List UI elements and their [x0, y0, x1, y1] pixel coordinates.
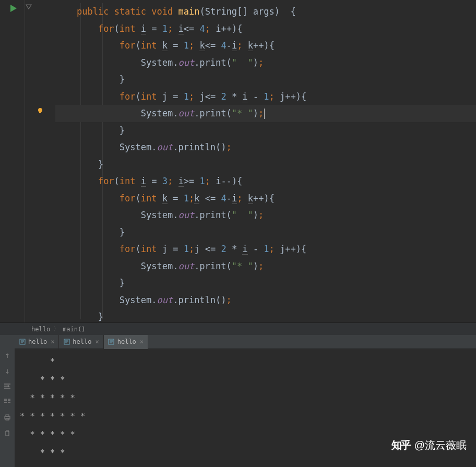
watermark-logo: 知乎 [391, 438, 410, 452]
code-line[interactable]: for(int i = 3; i>= 1; i--){ [55, 173, 476, 190]
code-line[interactable]: System.out.print(" "); [55, 207, 476, 224]
editor-area: public static void main(String[] args) {… [0, 0, 476, 322]
svg-point-0 [38, 108, 42, 112]
tab-label: hello [28, 338, 47, 345]
breadcrumb-item[interactable]: main() [61, 326, 87, 333]
code-line[interactable]: System.out.println(); [55, 292, 476, 309]
fold-icon[interactable] [25, 3, 32, 13]
code-line[interactable]: System.out.print("* "); [55, 258, 476, 275]
scroll-icon[interactable] [3, 398, 11, 406]
close-icon[interactable]: × [139, 338, 145, 345]
breadcrumb-separator: 〉 [52, 325, 61, 333]
code-line[interactable]: } [55, 308, 476, 326]
tab-file-icon [19, 339, 26, 345]
wrap-icon[interactable] [3, 382, 11, 390]
tab-label: hello [117, 338, 136, 345]
breadcrumb-item[interactable]: hello [29, 326, 52, 333]
run-icon[interactable] [10, 4, 17, 14]
arrow-down-icon[interactable]: ↓ [3, 366, 11, 375]
code-line[interactable]: } [55, 224, 476, 241]
lightbulb-icon[interactable] [37, 106, 44, 116]
arrow-up-icon[interactable]: ↑ [3, 351, 11, 359]
svg-rect-1 [39, 112, 41, 113]
code-line[interactable]: for(int j = 1;j <= 2 * i - 1; j++){ [55, 241, 476, 258]
print-icon[interactable] [3, 413, 11, 422]
tab-file-icon [63, 339, 70, 345]
code-line[interactable]: } [55, 122, 476, 139]
tab-file-icon [108, 339, 115, 345]
tab-label: hello [73, 338, 91, 345]
code-line[interactable]: for(int j = 1; j<= 2 * i - 1; j++){ [55, 88, 476, 105]
code-line[interactable]: } [55, 156, 476, 173]
code-line[interactable]: System.out.println(); [55, 139, 476, 156]
code-line[interactable]: for(int k = 1; k<= 4-i; k++){ [55, 37, 476, 54]
close-icon[interactable]: × [50, 338, 55, 345]
code-line[interactable]: System.out.print(" "); [55, 54, 476, 71]
svg-rect-3 [6, 415, 9, 416]
console-sidebar: ↑ ↓ [0, 335, 15, 467]
console-tab[interactable]: hello× [59, 335, 103, 349]
text-caret [264, 109, 265, 119]
code-content[interactable]: public static void main(String[] args) {… [51, 0, 476, 322]
watermark: 知乎 @流云薇眠 [391, 438, 467, 452]
close-icon[interactable]: × [94, 338, 100, 345]
code-line[interactable]: } [55, 71, 476, 88]
watermark-text: @流云薇眠 [414, 438, 467, 452]
console-tab[interactable]: hello× [104, 335, 148, 349]
fold-column [25, 0, 51, 322]
code-line[interactable]: } [55, 274, 476, 292]
code-line[interactable]: public static void main(String[] args) { [55, 3, 476, 20]
console-tab[interactable]: hello× [15, 335, 59, 349]
editor-gutter [0, 0, 25, 322]
code-line[interactable]: for(int i = 1; i<= 4; i++){ [55, 20, 476, 38]
code-line[interactable]: for(int k = 1;k <= 4-i; k++){ [55, 190, 476, 207]
console-tabs: hello×hello×hello× [15, 335, 476, 349]
code-line[interactable]: System.out.print("* "); [55, 105, 476, 122]
trash-icon[interactable] [3, 429, 11, 437]
